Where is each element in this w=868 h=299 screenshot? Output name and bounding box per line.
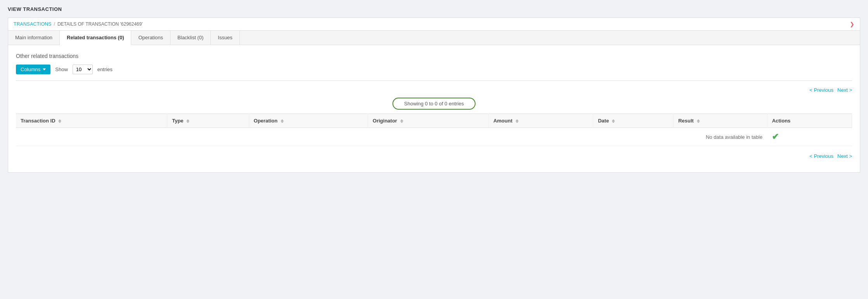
tab-main-information[interactable]: Main information: [8, 31, 60, 45]
sort-up-icon: [58, 119, 61, 121]
no-data-row: No data available in table ✔: [16, 128, 852, 146]
sort-down-icon: [186, 121, 189, 123]
no-data-message: No data available in table: [16, 128, 767, 146]
sort-icon-amount: [516, 119, 519, 123]
columns-button[interactable]: Columns: [16, 65, 50, 74]
showing-info: Showing 0 to 0 of 0 entries: [392, 98, 476, 110]
sort-down-icon: [697, 121, 700, 123]
col-result[interactable]: Result: [674, 114, 767, 128]
breadcrumb-bar: TRANSACTIONS / DETAILS OF TRANSACTION '6…: [8, 17, 860, 30]
entries-label: entries: [97, 66, 113, 72]
col-result-label: Result: [678, 118, 694, 124]
sort-down-icon: [400, 121, 403, 123]
sort-up-icon: [400, 119, 403, 121]
showing-info-wrapper: Showing 0 to 0 of 0 entries: [16, 98, 852, 110]
next-page-link-top[interactable]: Next >: [837, 87, 852, 93]
col-date[interactable]: Date: [593, 114, 674, 128]
breadcrumb-current: DETAILS OF TRANSACTION '62962469': [57, 21, 143, 27]
section-title: Other related transactions: [16, 53, 852, 59]
col-amount[interactable]: Amount: [488, 114, 593, 128]
sort-up-icon: [697, 119, 700, 121]
page-title: VIEW TRANSACTION: [8, 6, 860, 12]
col-actions: Actions: [767, 114, 852, 128]
sort-up-icon: [281, 119, 284, 121]
sort-up-icon: [612, 119, 615, 121]
divider: [16, 80, 852, 81]
col-operation-label: Operation: [254, 118, 278, 124]
pagination-bottom: < Previous Next >: [16, 152, 852, 161]
table-header-row: Transaction ID Type: [16, 114, 852, 128]
sort-up-icon: [516, 119, 519, 121]
sort-down-icon: [516, 121, 519, 123]
sort-icon-transaction-id: [58, 119, 61, 123]
main-card: Main information Related transactions (0…: [8, 30, 860, 173]
columns-dropdown-arrow-icon: [43, 68, 46, 70]
tab-content: Other related transactions Columns Show …: [8, 45, 860, 172]
col-operation[interactable]: Operation: [249, 114, 368, 128]
table-body: No data available in table ✔: [16, 128, 852, 146]
checkmark-icon: ✔: [772, 132, 779, 142]
col-transaction-id-label: Transaction ID: [21, 118, 56, 124]
sort-icon-date: [612, 119, 615, 123]
page-wrapper: VIEW TRANSACTION TRANSACTIONS / DETAILS …: [0, 0, 868, 299]
toolbar: Columns Show 10 25 50 100 entries: [16, 65, 852, 74]
breadcrumb-link[interactable]: TRANSACTIONS: [14, 21, 52, 27]
show-label: Show: [55, 66, 68, 72]
col-date-label: Date: [598, 118, 609, 124]
col-actions-label: Actions: [772, 118, 791, 124]
columns-button-label: Columns: [21, 66, 40, 72]
previous-page-link-top[interactable]: < Previous: [809, 87, 833, 93]
breadcrumb-separator: /: [54, 21, 55, 27]
sort-down-icon: [612, 121, 615, 123]
entries-per-page-select[interactable]: 10 25 50 100: [73, 65, 93, 74]
col-amount-label: Amount: [493, 118, 512, 124]
pagination-top: < Previous Next >: [16, 86, 852, 94]
sort-icon-operation: [281, 119, 284, 123]
sort-icon-result: [697, 119, 700, 123]
col-originator-label: Originator: [373, 118, 397, 124]
sort-down-icon: [281, 121, 284, 123]
tab-related-transactions[interactable]: Related transactions (0): [60, 31, 131, 45]
sort-icon-originator: [400, 119, 403, 123]
previous-page-link-bottom[interactable]: < Previous: [809, 153, 833, 159]
sort-down-icon: [58, 121, 61, 123]
col-type[interactable]: Type: [167, 114, 249, 128]
next-page-link-bottom[interactable]: Next >: [837, 153, 852, 159]
tab-blacklist[interactable]: Blacklist (0): [170, 31, 211, 45]
checkmark-cell: ✔: [767, 128, 852, 146]
breadcrumb-action-icon[interactable]: ❯: [850, 21, 854, 27]
data-table: Transaction ID Type: [16, 114, 852, 146]
tab-issues[interactable]: Issues: [211, 31, 240, 45]
sort-icon-type: [186, 119, 189, 123]
tabs-bar: Main information Related transactions (0…: [8, 31, 860, 45]
sort-up-icon: [186, 119, 189, 121]
col-type-label: Type: [172, 118, 183, 124]
col-transaction-id[interactable]: Transaction ID: [16, 114, 167, 128]
col-originator[interactable]: Originator: [368, 114, 489, 128]
table-header: Transaction ID Type: [16, 114, 852, 128]
tab-operations[interactable]: Operations: [131, 31, 170, 45]
